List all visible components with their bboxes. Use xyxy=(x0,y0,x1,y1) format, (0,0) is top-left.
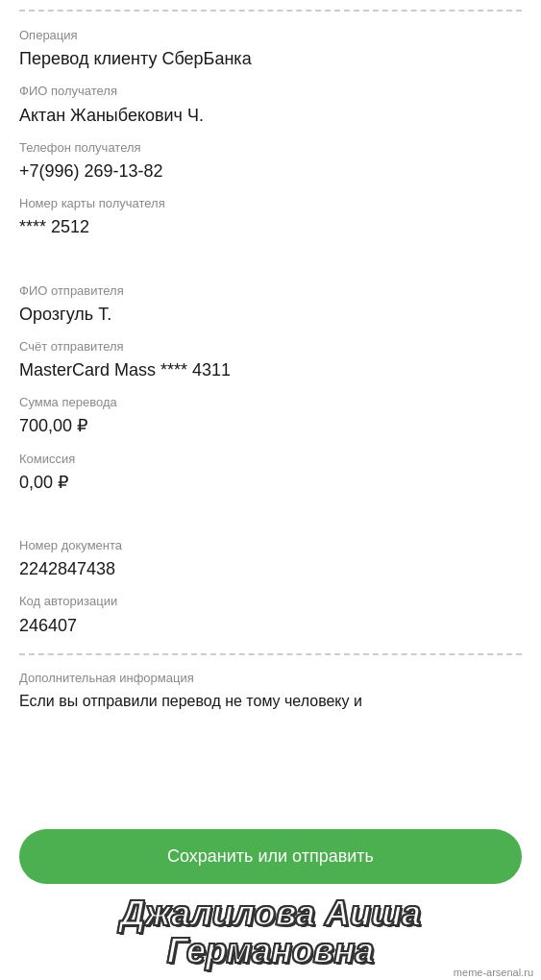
additional-info-text: Если вы отправили перевод не тому челове… xyxy=(19,691,522,712)
recipient-card-label: Номер карты получателя xyxy=(19,195,522,212)
recipient-phone-label: Телефон получателя xyxy=(19,139,522,157)
sender-section: ФИО отправителя Орозгуль Т. Счёт отправи… xyxy=(19,267,522,511)
sender-account-value: MasterCard Mass **** 4311 xyxy=(19,358,522,382)
transfer-amount-value: 700,00 ₽ xyxy=(19,414,522,438)
commission-label: Комиссия xyxy=(19,451,522,468)
commission-value: 0,00 ₽ xyxy=(19,471,522,495)
document-section: Номер документа 2242847438 Код авторизац… xyxy=(19,522,522,653)
doc-number-value: 2242847438 xyxy=(19,557,522,581)
recipient-name-label: ФИО получателя xyxy=(19,83,522,100)
auth-code-value: 246407 xyxy=(19,614,522,638)
watermark-line1: Джалилова Аиша xyxy=(0,894,541,933)
sender-account-label: Счёт отправителя xyxy=(19,338,522,355)
sender-name-value: Орозгуль Т. xyxy=(19,303,522,327)
operation-label: Операция xyxy=(19,27,522,44)
operation-value: Перевод клиенту СберБанка xyxy=(19,47,522,71)
recipient-name-value: Актан Жаныбекович Ч. xyxy=(19,104,522,128)
save-button[interactable]: Сохранить или отправить xyxy=(19,829,522,884)
additional-info-section: Дополнительная информация Если вы отправ… xyxy=(19,655,522,716)
watermark: Джалилова Аиша Германовна xyxy=(0,894,541,970)
sender-name-label: ФИО отправителя xyxy=(19,282,522,300)
transfer-amount-label: Сумма перевода xyxy=(19,394,522,411)
doc-number-label: Номер документа xyxy=(19,537,522,554)
operation-section: Операция Перевод клиенту СберБанка ФИО п… xyxy=(19,12,522,256)
auth-code-label: Код авторизации xyxy=(19,593,522,610)
recipient-phone-value: +7(996) 269-13-82 xyxy=(19,159,522,184)
watermark-line2: Германовна xyxy=(0,932,541,970)
additional-info-label: Дополнительная информация xyxy=(19,671,522,685)
recipient-card-value: **** 2512 xyxy=(19,215,522,239)
save-button-container: Сохранить или отправить xyxy=(19,829,522,884)
meme-watermark: meme-arsenal.ru xyxy=(454,967,533,978)
